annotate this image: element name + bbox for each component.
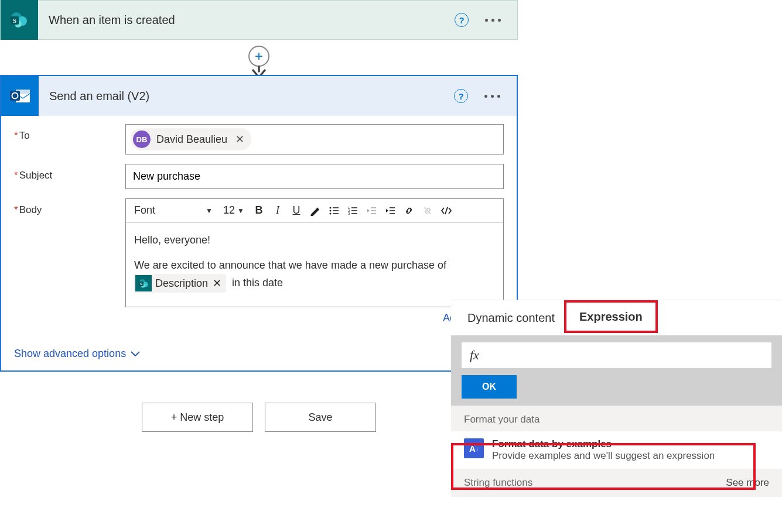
to-field[interactable]: DB David Beaulieu ✕: [125, 124, 504, 155]
add-dynamic-content-link[interactable]: Add dynamic: [125, 312, 504, 324]
token-label: Description: [155, 275, 208, 292]
expression-panel: Dynamic content Expression fx OK Format …: [451, 300, 782, 532]
indent-icon[interactable]: [381, 202, 399, 219]
format-item-desc: Provide examples and we'll suggest an ex…: [492, 450, 715, 462]
underline-icon[interactable]: U: [288, 202, 305, 219]
ok-button[interactable]: OK: [462, 375, 517, 399]
tab-expression[interactable]: Expression: [578, 303, 644, 332]
remove-token-icon[interactable]: ✕: [211, 275, 223, 292]
help-icon[interactable]: ?: [455, 13, 469, 27]
more-icon[interactable]: [484, 95, 500, 98]
color-picker-icon[interactable]: [306, 202, 324, 219]
body-line: We are excited to announce that we have …: [134, 257, 495, 274]
remove-chip-icon[interactable]: ✕: [233, 133, 247, 146]
format-section-label: Format your data: [451, 406, 782, 431]
font-selector[interactable]: Font▼: [129, 202, 217, 219]
outlook-icon: [1, 76, 39, 116]
italic-icon[interactable]: I: [269, 202, 286, 219]
save-button[interactable]: Save: [265, 403, 376, 432]
dynamic-token[interactable]: S Description ✕: [134, 274, 226, 293]
new-step-button[interactable]: + New step: [142, 403, 253, 432]
trigger-title: When an item is created: [49, 13, 175, 27]
help-icon[interactable]: ?: [454, 89, 468, 103]
add-step-button[interactable]: +: [248, 46, 269, 67]
flow-connector: +: [246, 40, 272, 77]
action-title: Send an email (V2): [49, 90, 149, 103]
body-text: in this date: [232, 277, 283, 289]
chevron-down-icon: [131, 351, 140, 357]
recipient-name: David Beaulieu: [156, 133, 227, 146]
trigger-card[interactable]: S When an item is created ?: [0, 0, 518, 40]
to-label: *To: [14, 124, 125, 142]
action-header[interactable]: Send an email (V2) ?: [1, 76, 517, 116]
see-more-link[interactable]: See more: [726, 477, 769, 489]
svg-text:3: 3: [348, 212, 350, 215]
avatar: DB: [133, 131, 151, 148]
format-data-by-examples-item[interactable]: A↓ Format data by examples Provide examp…: [451, 431, 782, 469]
font-size-selector[interactable]: 12▼: [218, 204, 249, 217]
format-icon: A↓: [464, 438, 484, 458]
fx-icon: fx: [470, 348, 479, 363]
sharepoint-small-icon: S: [135, 275, 152, 291]
svg-text:S: S: [13, 17, 16, 24]
svg-point-9: [329, 207, 331, 208]
body-line: Hello, everyone!: [134, 232, 495, 249]
svg-text:S: S: [140, 282, 142, 286]
numbered-list-icon[interactable]: 123: [344, 202, 361, 219]
body-editor[interactable]: Hello, everyone! We are excited to annou…: [126, 222, 503, 307]
string-functions-label: String functions: [464, 477, 532, 489]
outdent-icon[interactable]: [363, 202, 380, 219]
link-icon[interactable]: [400, 202, 418, 219]
svg-point-10: [329, 210, 331, 211]
unlink-icon[interactable]: [419, 202, 436, 219]
format-item-title: Format data by examples: [492, 438, 715, 450]
action-card: Send an email (V2) ? *To DB David Beauli…: [0, 75, 518, 372]
body-label: *Body: [14, 198, 125, 216]
subject-label: *Subject: [14, 164, 125, 181]
svg-point-11: [329, 212, 331, 214]
subject-input[interactable]: [126, 164, 503, 188]
bold-icon[interactable]: B: [250, 202, 268, 219]
code-view-icon[interactable]: [438, 202, 455, 219]
rte-toolbar: Font▼ 12▼ B I U: [126, 199, 503, 222]
more-icon[interactable]: [485, 19, 501, 22]
tab-dynamic-content[interactable]: Dynamic content: [466, 304, 556, 332]
bullet-list-icon[interactable]: [325, 202, 343, 219]
sharepoint-icon: S: [1, 0, 38, 40]
recipient-chip[interactable]: DB David Beaulieu ✕: [131, 128, 251, 150]
show-advanced-options-link[interactable]: Show advanced options: [14, 348, 140, 360]
expression-input[interactable]: fx: [462, 342, 771, 368]
